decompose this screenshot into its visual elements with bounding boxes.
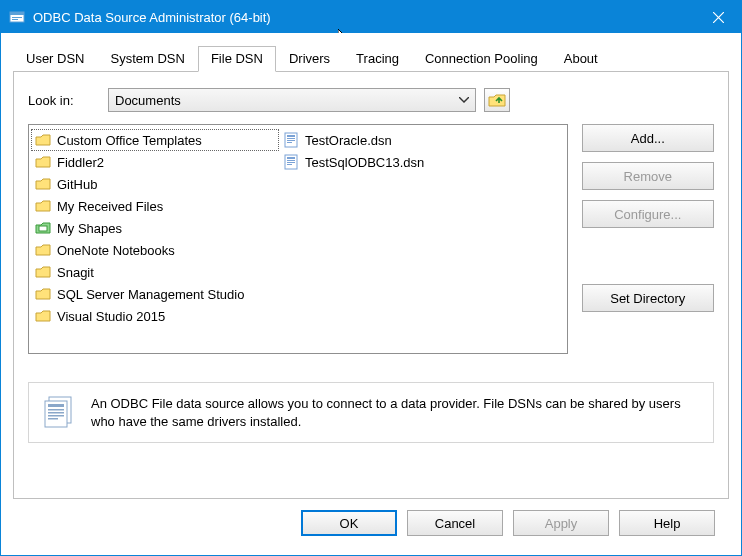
folder-icon — [35, 287, 51, 301]
svg-rect-7 — [287, 138, 295, 139]
titlebar: ODBC Data Source Administrator (64-bit) — [1, 1, 741, 33]
set-directory-button[interactable]: Set Directory — [582, 284, 714, 312]
list-item-label: My Shapes — [57, 221, 122, 236]
folder-icon — [35, 243, 51, 257]
svg-rect-8 — [287, 140, 295, 141]
window-title: ODBC Data Source Administrator (64-bit) — [33, 10, 695, 25]
description-text: An ODBC File data source allows you to c… — [91, 395, 701, 430]
dsn-file-icon — [283, 154, 299, 170]
up-folder-button[interactable] — [484, 88, 510, 112]
file-list-col1: Custom Office Templates Fiddler2 GitHub — [31, 129, 279, 349]
configure-button[interactable]: Configure... — [582, 200, 714, 228]
bottom-bar: OK Cancel Apply Help — [13, 499, 729, 547]
ok-button[interactable]: OK — [301, 510, 397, 536]
tab-strip: User DSN System DSN File DSN Drivers Tra… — [13, 45, 729, 71]
svg-rect-4 — [39, 226, 47, 231]
svg-rect-6 — [287, 135, 295, 137]
client-area: User DSN System DSN File DSN Drivers Tra… — [1, 33, 741, 555]
tab-about[interactable]: About — [551, 46, 611, 71]
tab-panel: Look in: Documents — [13, 71, 729, 499]
cancel-button[interactable]: Cancel — [407, 510, 503, 536]
window: ODBC Data Source Administrator (64-bit) … — [0, 0, 742, 556]
tab-system-dsn[interactable]: System DSN — [98, 46, 198, 71]
svg-rect-3 — [12, 19, 18, 20]
dsn-file-icon — [283, 132, 299, 148]
file-list-col2: TestOracle.dsn TestSqlODBC13.dsn — [279, 129, 539, 349]
lookin-dropdown[interactable]: Documents — [108, 88, 476, 112]
svg-rect-12 — [287, 160, 295, 161]
svg-rect-20 — [48, 415, 64, 417]
list-item[interactable]: Custom Office Templates — [31, 129, 279, 151]
list-item[interactable]: My Received Files — [31, 195, 279, 217]
svg-rect-13 — [287, 162, 295, 163]
remove-button[interactable]: Remove — [582, 162, 714, 190]
list-item[interactable]: GitHub — [31, 173, 279, 195]
folder-up-icon — [488, 92, 506, 108]
apply-button[interactable]: Apply — [513, 510, 609, 536]
svg-rect-1 — [10, 12, 24, 15]
svg-rect-9 — [287, 142, 292, 143]
mid-area: Custom Office Templates Fiddler2 GitHub — [28, 124, 714, 354]
svg-rect-11 — [287, 157, 295, 159]
folder-green-icon — [35, 221, 51, 235]
svg-rect-18 — [48, 409, 64, 411]
tab-drivers[interactable]: Drivers — [276, 46, 343, 71]
list-item[interactable]: My Shapes — [31, 217, 279, 239]
list-item-label: Snagit — [57, 265, 94, 280]
svg-rect-19 — [48, 412, 64, 414]
list-item[interactable]: Fiddler2 — [31, 151, 279, 173]
svg-rect-21 — [48, 418, 58, 420]
lookin-label: Look in: — [28, 93, 100, 108]
list-item[interactable]: Snagit — [31, 261, 279, 283]
close-icon — [713, 12, 724, 23]
list-item-label: SQL Server Management Studio — [57, 287, 244, 302]
list-item[interactable]: OneNote Notebooks — [31, 239, 279, 261]
tab-connection-pooling[interactable]: Connection Pooling — [412, 46, 551, 71]
tab-user-dsn[interactable]: User DSN — [13, 46, 98, 71]
svg-rect-17 — [48, 404, 64, 407]
tab-tracing[interactable]: Tracing — [343, 46, 412, 71]
lookin-row: Look in: Documents — [28, 88, 714, 112]
folder-icon — [35, 155, 51, 169]
folder-icon — [35, 309, 51, 323]
tab-file-dsn[interactable]: File DSN — [198, 46, 276, 72]
folder-icon — [35, 265, 51, 279]
help-button[interactable]: Help — [619, 510, 715, 536]
file-list[interactable]: Custom Office Templates Fiddler2 GitHub — [28, 124, 568, 354]
svg-rect-14 — [287, 164, 292, 165]
list-item[interactable]: TestSqlODBC13.dsn — [279, 151, 539, 173]
list-item-label: Custom Office Templates — [57, 133, 202, 148]
list-item[interactable]: TestOracle.dsn — [279, 129, 539, 151]
side-buttons: Add... Remove Configure... Set Directory — [582, 124, 714, 354]
list-item-label: TestOracle.dsn — [305, 133, 392, 148]
svg-rect-2 — [12, 17, 22, 18]
description-box: An ODBC File data source allows you to c… — [28, 382, 714, 443]
list-item-label: Fiddler2 — [57, 155, 104, 170]
list-item-label: Visual Studio 2015 — [57, 309, 165, 324]
list-item-label: TestSqlODBC13.dsn — [305, 155, 424, 170]
add-button[interactable]: Add... — [582, 124, 714, 152]
folder-icon — [35, 177, 51, 191]
list-item-label: OneNote Notebooks — [57, 243, 175, 258]
list-item-label: My Received Files — [57, 199, 163, 214]
lookin-value: Documents — [115, 93, 181, 108]
list-item[interactable]: Visual Studio 2015 — [31, 305, 279, 327]
folder-icon — [35, 133, 51, 147]
list-item[interactable]: SQL Server Management Studio — [31, 283, 279, 305]
close-button[interactable] — [695, 1, 741, 33]
chevron-down-icon — [459, 97, 469, 103]
app-icon — [9, 9, 25, 25]
list-item-label: GitHub — [57, 177, 97, 192]
folder-icon — [35, 199, 51, 213]
description-icon — [43, 395, 77, 429]
